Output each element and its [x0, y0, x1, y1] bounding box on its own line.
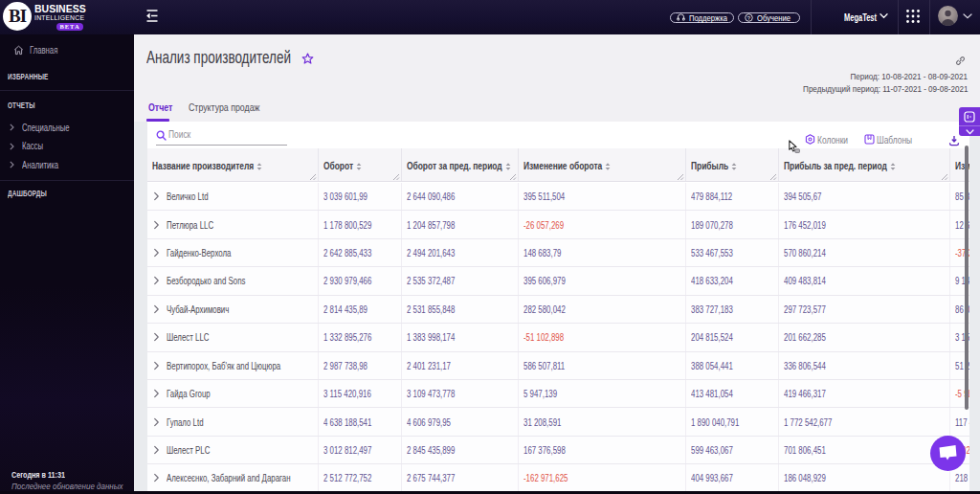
svg-text:?: ? [747, 14, 751, 20]
